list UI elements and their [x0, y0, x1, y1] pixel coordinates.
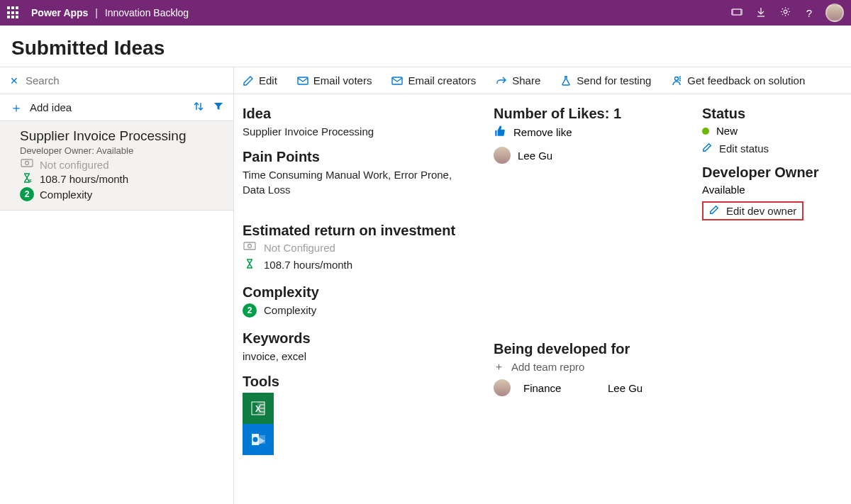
svg-point-5: [784, 10, 787, 13]
idea-card-complexity: 2 Complexity: [20, 187, 223, 201]
like-voter-row: Lee Gu: [494, 147, 685, 164]
edit-dev-owner-link[interactable]: Edit dev owner: [709, 205, 796, 217]
email-voters-action[interactable]: Email voters: [297, 74, 372, 86]
add-idea-row: ＋ Add idea: [0, 94, 233, 121]
email-creators-action[interactable]: Email creators: [391, 74, 476, 86]
svg-point-9: [26, 162, 29, 165]
detail-actionbar: Edit Email voters Email creators Share S…: [234, 67, 851, 94]
status-heading: Status: [702, 106, 842, 122]
idea-card-title: Supplier Invoice Processing: [20, 128, 223, 144]
money-icon: [20, 159, 34, 171]
complexity-badge: 2: [20, 187, 34, 201]
like-voter-name: Lee Gu: [518, 150, 552, 162]
money-icon: [243, 242, 257, 254]
roi-config-text: Not Configured: [264, 242, 335, 254]
feedback-label: Get feedback on solution: [687, 74, 805, 86]
send-testing-action[interactable]: Send for testing: [560, 74, 651, 86]
fit-icon[interactable]: [725, 6, 749, 20]
idea-card-complexity-text: Complexity: [40, 189, 92, 201]
edit-status-link[interactable]: Edit status: [702, 142, 842, 155]
search-input[interactable]: [26, 74, 223, 86]
status-value: New: [716, 125, 738, 137]
app-brand: Power Apps | Innovation Backlog: [31, 7, 189, 18]
svg-point-13: [675, 77, 679, 80]
outlook-icon[interactable]: [243, 424, 274, 455]
edit-dev-owner-highlight: Edit dev owner: [702, 201, 803, 220]
email-voters-label: Email voters: [313, 74, 372, 86]
likes-heading: Number of Likes: 1: [494, 106, 685, 122]
help-icon[interactable]: ?: [797, 7, 821, 19]
tools-heading: Tools: [243, 374, 477, 390]
share-action[interactable]: Share: [496, 74, 540, 86]
sort-icon[interactable]: [194, 101, 204, 113]
svg-text:X: X: [255, 404, 261, 414]
complexity-text: Complexity: [264, 304, 316, 316]
user-avatar[interactable]: [825, 4, 844, 22]
svg-point-24: [253, 437, 258, 442]
complexity-row: 2 Complexity: [243, 303, 477, 318]
dev-owner-heading: Developer Owner: [702, 164, 842, 181]
excel-icon[interactable]: X: [243, 393, 274, 424]
avatar-icon: [494, 379, 511, 396]
status-dot-icon: [702, 128, 709, 135]
brand-separator: |: [95, 7, 98, 18]
roi-hours-row: 108.7 hours/month: [243, 258, 477, 271]
dev-owner-value-row: Available: [702, 184, 842, 196]
svg-rect-12: [392, 77, 402, 84]
remove-like-row[interactable]: Remove like: [494, 125, 685, 140]
svg-rect-8: [21, 159, 33, 167]
add-team-label: Add team repro: [511, 361, 584, 373]
brand-name: Power Apps: [31, 7, 88, 18]
edit-action[interactable]: Edit: [243, 74, 277, 86]
dev-owner-value: Available: [702, 184, 745, 196]
dev-for-heading: Being developed for: [494, 341, 685, 357]
app-topbar: Power Apps | Innovation Backlog ?: [0, 0, 851, 26]
share-label: Share: [512, 74, 540, 86]
hourglass-icon: $: [20, 172, 34, 186]
svg-point-15: [248, 244, 252, 247]
pencil-icon: [709, 205, 719, 217]
edit-action-label: Edit: [259, 74, 277, 86]
download-icon[interactable]: [749, 7, 773, 19]
filter-icon[interactable]: [213, 101, 223, 113]
idea-list-panel: ✕ ＋ Add idea Supplier Invoice Processing…: [0, 67, 234, 504]
tools-row: X: [243, 393, 477, 455]
idea-card-roi-text: Not configured: [40, 159, 109, 171]
edit-status-label: Edit status: [719, 142, 769, 155]
add-team-button[interactable]: ＋ Add team repro: [494, 360, 685, 374]
detail-col-status: Status New Edit status Developer Owner A…: [702, 104, 842, 504]
dev-for-table: Finance Lee Gu: [494, 379, 685, 396]
roi-config-row: Not Configured: [243, 242, 477, 254]
add-idea-plus-icon[interactable]: ＋: [10, 99, 23, 116]
avatar-icon: [494, 147, 511, 164]
pencil-icon: [702, 142, 712, 155]
keywords-text: invoice, excel: [243, 349, 477, 364]
svg-rect-14: [244, 242, 255, 250]
keywords-heading: Keywords: [243, 330, 477, 347]
idea-card-hours-text: 108.7 hours/month: [40, 173, 128, 185]
idea-card-roi: Not configured: [20, 159, 223, 171]
dev-for-team: Finance: [523, 382, 601, 394]
add-idea-label[interactable]: Add idea: [30, 101, 184, 113]
status-value-row: New: [702, 125, 842, 137]
plus-icon: ＋: [494, 360, 504, 374]
pain-heading: Pain Points: [243, 149, 477, 165]
svg-text:$: $: [29, 179, 32, 183]
gear-icon[interactable]: [773, 6, 797, 19]
hourglass-icon: [243, 258, 257, 271]
idea-card[interactable]: Supplier Invoice Processing Developer Ow…: [0, 121, 233, 211]
detail-col-likes: Number of Likes: 1 Remove like Lee Gu Be…: [494, 104, 685, 504]
waffle-icon[interactable]: [7, 6, 20, 19]
send-testing-label: Send for testing: [577, 74, 651, 86]
remove-like-label: Remove like: [513, 126, 572, 138]
detail-col-idea: Idea Supplier Invoice Processing Pain Po…: [243, 104, 477, 504]
roi-heading: Estimated return on investment: [243, 223, 477, 239]
search-row: ✕: [0, 67, 233, 94]
edit-dev-owner-label: Edit dev owner: [726, 205, 796, 217]
svg-rect-0: [733, 9, 741, 15]
pain-text: Time Consuming Manual Work, Error Prone,…: [243, 168, 477, 197]
idea-heading: Idea: [243, 106, 477, 122]
feedback-action[interactable]: Get feedback on solution: [671, 74, 805, 86]
page-title: Submitted Ideas: [11, 37, 842, 60]
search-clear-icon[interactable]: ✕: [10, 75, 18, 86]
